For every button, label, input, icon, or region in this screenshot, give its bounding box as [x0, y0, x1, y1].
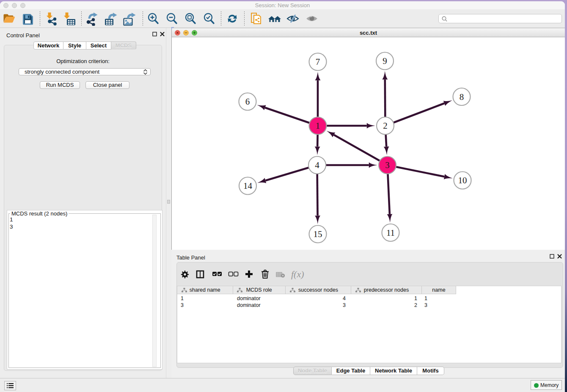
svg-text:7: 7 [316, 57, 320, 67]
svg-text:15: 15 [314, 229, 322, 239]
svg-text:2: 2 [383, 121, 388, 131]
svg-text:4: 4 [315, 160, 319, 170]
svg-text:3: 3 [385, 160, 390, 170]
svg-text:10: 10 [458, 175, 467, 185]
svg-text:11: 11 [386, 228, 395, 238]
svg-text:14: 14 [243, 181, 253, 191]
svg-text:1: 1 [316, 121, 320, 131]
svg-text:8: 8 [460, 92, 464, 102]
svg-text:6: 6 [245, 97, 250, 107]
svg-text:9: 9 [383, 56, 387, 66]
